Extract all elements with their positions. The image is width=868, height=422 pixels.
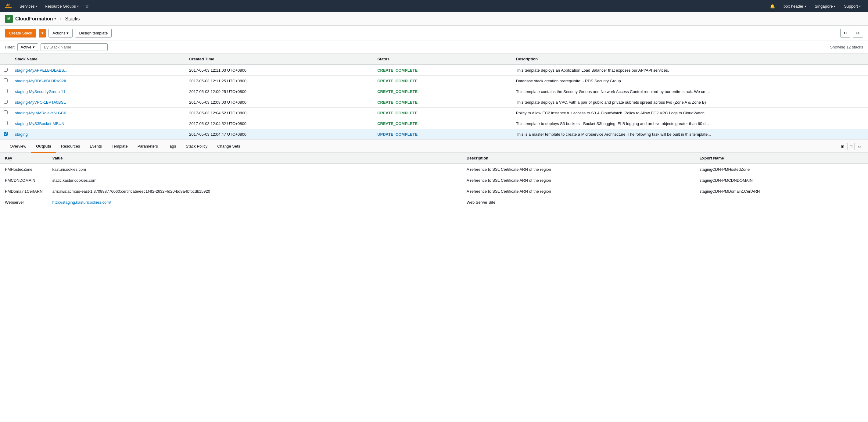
table-header-row: Stack Name Created Time Status Descripti… bbox=[0, 54, 868, 65]
output-key: PMHostedZone bbox=[0, 164, 48, 175]
created-time-cell: 2017-05-03 12:04:52 UTC+0800 bbox=[185, 118, 374, 129]
design-template-button[interactable]: Design template bbox=[75, 29, 112, 37]
stack-name-link[interactable]: staging-MyAPPELB-DLABS... bbox=[15, 68, 67, 72]
output-export-name bbox=[695, 197, 868, 208]
description-col-header[interactable]: Description bbox=[513, 54, 868, 65]
stacks-breadcrumb: Stacks bbox=[65, 16, 80, 22]
output-row: PMHostedZonekasturicookies.comA referenc… bbox=[0, 164, 868, 175]
box-header-nav[interactable]: box header ▾ bbox=[780, 0, 810, 12]
stack-name-link[interactable]: staging bbox=[15, 132, 28, 137]
panel-split-button[interactable]: ⬚ bbox=[847, 143, 855, 150]
row-checkbox[interactable] bbox=[4, 121, 8, 125]
stack-name-link[interactable]: staging-MyIAMRole-Y6LGC6 bbox=[15, 111, 66, 115]
row-checkbox[interactable] bbox=[4, 100, 8, 104]
actions-caret-icon: ▾ bbox=[66, 31, 69, 35]
status-badge: CREATE_COMPLETE bbox=[377, 79, 417, 83]
table-row: staging-MyRDS-8BH3RV92Il2017-05-03 12:11… bbox=[0, 76, 868, 86]
tab-template[interactable]: Template bbox=[107, 140, 133, 153]
refresh-button[interactable]: ↻ bbox=[840, 29, 850, 37]
resource-groups-nav[interactable]: Resource Groups ▾ bbox=[41, 0, 82, 12]
row-checkbox[interactable] bbox=[4, 78, 8, 82]
stack-name-link[interactable]: staging-MyRDS-8BH3RV92Il bbox=[15, 79, 66, 83]
value-col-header: Value bbox=[48, 153, 462, 164]
actions-button[interactable]: Actions ▾ bbox=[49, 29, 72, 37]
filter-bar: Filter: Active ▾ Showing 12 stacks bbox=[0, 41, 868, 54]
refresh-icon: ↻ bbox=[844, 31, 847, 35]
status-col-header[interactable]: Status bbox=[374, 54, 513, 65]
output-value-link[interactable]: http://staging.kasturicookies.com/ bbox=[53, 200, 111, 204]
showing-info: Showing 12 stacks bbox=[830, 45, 863, 50]
status-badge: CREATE_COMPLETE bbox=[377, 100, 417, 105]
created-time-cell: 2017-05-03 12:11:25 UTC+0800 bbox=[185, 76, 374, 86]
output-description: A reference to SSL Certificate ARN of th… bbox=[462, 175, 695, 186]
output-description: Web Server Site bbox=[462, 197, 695, 208]
filter-caret-icon: ▾ bbox=[33, 45, 35, 50]
services-caret-icon: ▾ bbox=[36, 5, 37, 8]
tabs-right-controls: ▣ ⬚ ▭ bbox=[839, 143, 863, 150]
resource-groups-caret-icon: ▾ bbox=[77, 5, 79, 8]
checkbox-col-header bbox=[0, 54, 11, 65]
created-time-cell: 2017-05-03 12:08:03 UTC+0800 bbox=[185, 97, 374, 108]
singapore-caret-icon: ▾ bbox=[834, 5, 835, 8]
outputs-table: Key Value Description Export Name PMHost… bbox=[0, 153, 868, 208]
output-export-name: stagingCDN-PMDomain1CertARN bbox=[695, 186, 868, 197]
singapore-nav[interactable]: Singapore ▾ bbox=[811, 0, 839, 12]
status-badge: CREATE_COMPLETE bbox=[377, 89, 417, 94]
bell-icon[interactable]: 🔔 bbox=[767, 0, 779, 12]
description-cell: This template to deploys S3 buckets - Bu… bbox=[513, 118, 868, 129]
tab-resources[interactable]: Resources bbox=[56, 140, 85, 153]
output-value: arn:aws:acm:us-east-1:370888776060:certi… bbox=[48, 186, 462, 197]
outputs-header-row: Key Value Description Export Name bbox=[0, 153, 868, 164]
table-row: staging-MyIAMRole-Y6LGC62017-05-03 12:04… bbox=[0, 108, 868, 118]
stack-name-link[interactable]: staging-MyS3Bucket-MBUN bbox=[15, 121, 64, 126]
description-cell: This is a master template to create a Mi… bbox=[513, 129, 868, 140]
tab-change-sets[interactable]: Change Sets bbox=[212, 140, 245, 153]
table-row: staging2017-05-03 12:04:47 UTC+0800UPDAT… bbox=[0, 129, 868, 140]
output-export-name: stagingCDN-PMHostedZone bbox=[695, 164, 868, 175]
service-name-dropdown[interactable]: CloudFormation ▾ bbox=[15, 16, 56, 22]
active-filter-dropdown[interactable]: Active ▾ bbox=[18, 43, 38, 51]
create-stack-caret-button[interactable]: ▾ bbox=[39, 29, 46, 37]
support-caret-icon: ▾ bbox=[859, 5, 861, 8]
settings-icon: ⚙ bbox=[856, 31, 860, 35]
settings-button[interactable]: ⚙ bbox=[853, 29, 863, 37]
description-cell: This template deploys a VPC, with a pair… bbox=[513, 97, 868, 108]
tab-parameters[interactable]: Parameters bbox=[133, 140, 163, 153]
created-time-col-header[interactable]: Created Time bbox=[185, 54, 374, 65]
row-checkbox[interactable] bbox=[4, 89, 8, 93]
filter-label: Filter: bbox=[5, 45, 15, 50]
stack-name-col-header[interactable]: Stack Name bbox=[11, 54, 185, 65]
row-checkbox[interactable] bbox=[4, 68, 8, 72]
tab-stack-policy[interactable]: Stack Policy bbox=[181, 140, 212, 153]
tab-overview[interactable]: Overview bbox=[5, 140, 31, 153]
row-checkbox[interactable] bbox=[4, 110, 8, 115]
pin-icon[interactable]: ☆ bbox=[82, 3, 92, 9]
description-cell: Policy to Allow EC2 instance full access… bbox=[513, 108, 868, 118]
svg-rect-1 bbox=[5, 7, 12, 8]
cloudformation-caret-icon: ▾ bbox=[54, 17, 56, 21]
panel-expand-button[interactable]: ▣ bbox=[839, 143, 846, 150]
support-nav[interactable]: Support ▾ bbox=[840, 0, 864, 12]
status-badge: CREATE_COMPLETE bbox=[377, 68, 417, 72]
output-value: static.kasturicookies.com bbox=[48, 175, 462, 186]
table-row: staging-MyAPPELB-DLABS...2017-05-03 12:1… bbox=[0, 65, 868, 76]
stack-name-filter-input[interactable] bbox=[40, 43, 108, 51]
service-bar: M CloudFormation ▾ › Stacks bbox=[0, 12, 868, 26]
tab-tags[interactable]: Tags bbox=[163, 140, 181, 153]
stack-name-link[interactable]: staging-MySecurityGroup-11 bbox=[15, 89, 65, 94]
table-row: staging-MySecurityGroup-112017-05-03 12:… bbox=[0, 86, 868, 97]
create-stack-button[interactable]: Create Stack bbox=[5, 29, 36, 37]
output-row: Webserverhttp://staging.kasturicookies.c… bbox=[0, 197, 868, 208]
stack-name-link[interactable]: staging-MyVPC-1BPTA0BSL bbox=[15, 100, 66, 105]
tab-events[interactable]: Events bbox=[85, 140, 107, 153]
output-export-name: stagingCDN-PMCDNDOMAIN bbox=[695, 175, 868, 186]
services-nav[interactable]: Services ▾ bbox=[16, 0, 41, 12]
stacks-table: Stack Name Created Time Status Descripti… bbox=[0, 54, 868, 140]
panel-collapse-button[interactable]: ▭ bbox=[856, 143, 863, 150]
status-badge: CREATE_COMPLETE bbox=[377, 121, 417, 126]
aws-logo[interactable] bbox=[4, 1, 13, 11]
cloudformation-icon: M bbox=[5, 15, 13, 23]
top-nav: Services ▾ Resource Groups ▾ ☆ 🔔 box hea… bbox=[0, 0, 868, 12]
tab-outputs[interactable]: Outputs bbox=[31, 140, 56, 153]
row-checkbox[interactable] bbox=[4, 132, 8, 136]
